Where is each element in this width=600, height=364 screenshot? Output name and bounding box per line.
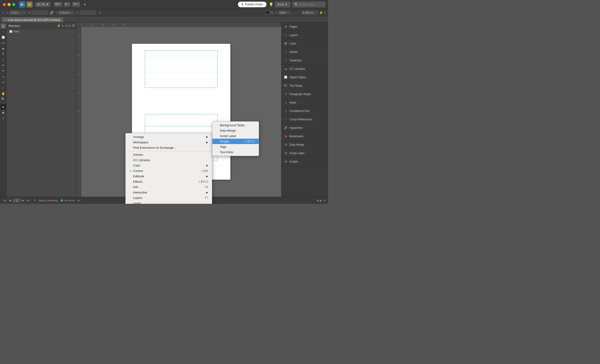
right-panel-hyperlinks[interactable]: 🔗Hyperlinks	[281, 124, 328, 132]
structure-icon-4[interactable]: ✕	[68, 24, 71, 27]
structure-body-item[interactable]: ⬜ body	[7, 29, 77, 34]
structure-icon-5[interactable]: ☰	[72, 24, 75, 27]
right-panel-script_label[interactable]: ⊞Script Label	[281, 149, 328, 157]
first-page-button[interactable]: ⏮	[2, 199, 7, 202]
ruler-tick-2: 2	[92, 24, 93, 26]
x-input[interactable]	[9, 10, 26, 15]
grid-icon[interactable]: ⊞⊞	[55, 3, 59, 6]
menu-item-learn[interactable]: Learn	[126, 200, 212, 204]
direct-selection-tool[interactable]: ▿	[1, 29, 6, 34]
submenu-item-data_merge[interactable]: Data Merge	[212, 128, 259, 133]
submenu-item-script_label[interactable]: Script Label	[212, 133, 259, 139]
right-panel-scripts[interactable]: ⊞Scripts	[281, 157, 328, 166]
scissors-tool[interactable]: ✂	[1, 80, 6, 85]
selection-tool[interactable]: ▸	[1, 23, 6, 28]
menu-item-find_extensions[interactable]: Find Extensions on Exchange...	[126, 145, 212, 150]
right-panel-cross_references[interactable]: ↔Cross-References	[281, 115, 328, 124]
line-tool[interactable]: /	[1, 57, 6, 62]
pen-tool[interactable]: ✒	[1, 63, 6, 68]
menu-item-effects[interactable]: Effects⇧⌘F10	[126, 179, 212, 184]
gap-tool[interactable]: ⟺	[1, 40, 6, 46]
view-mode[interactable]: ◻	[1, 116, 6, 121]
minimize-button[interactable]	[8, 3, 10, 6]
menu-item-articles[interactable]: Articles	[126, 152, 212, 157]
structure-panel: Structure ⚡ ● ◁ ✕ ☰ ⬜ body	[7, 22, 77, 197]
lightbulb-button[interactable]: 💡	[269, 2, 273, 7]
structure-icon-2[interactable]: ●	[62, 24, 64, 27]
submenu-item-tool_hints[interactable]: Tool Hints	[212, 149, 259, 155]
right-panel-text_wrap[interactable]: ⌦Text Wrap	[281, 82, 328, 90]
tab-close[interactable]: ×	[5, 18, 6, 21]
right-panel-links[interactable]: 🔗Links	[281, 39, 328, 48]
menu-item-color[interactable]: Color▶	[126, 163, 212, 168]
menu-item-cc_libraries[interactable]: CC Libraries	[126, 157, 212, 163]
type-tool[interactable]: T	[1, 52, 6, 57]
maximize-button[interactable]	[12, 3, 15, 6]
window-menu[interactable]: Arrange▶Workspace▶Find Extensions on Exc…	[125, 133, 212, 204]
right-panel-pages[interactable]: ⊞Pages	[281, 22, 328, 31]
menu-item-control[interactable]: ✓Control⌥⌘6	[126, 168, 212, 173]
zoom-dropdown[interactable]: 90.7% ▼	[35, 2, 50, 7]
publish-online-button[interactable]: ⬆ Publish Online	[238, 2, 266, 7]
right-panel-swatches[interactable]: ⬛Swatches	[281, 56, 328, 65]
view-icon[interactable]: ▤	[65, 3, 67, 6]
right-panel-stroke[interactable]: —Stroke	[281, 48, 328, 56]
frame-tool[interactable]: ▣	[1, 110, 6, 115]
stock-icon[interactable]: St	[27, 1, 33, 8]
utilities-submenu[interactable]: Background TasksData MergeScript LabelSc…	[212, 121, 259, 156]
right-panel-conditional_text[interactable]: ≡Conditional Text	[281, 107, 328, 115]
right-panel-bookmarks[interactable]: 🔖Bookmarks	[281, 132, 328, 141]
h-input[interactable]	[79, 10, 96, 15]
content-collector-tool[interactable]: ◉	[1, 46, 6, 51]
layout-icon[interactable]: ⊟⊟	[73, 3, 77, 6]
right-panel-layers[interactable]: ≡Layers	[281, 31, 328, 39]
grid-view-icon[interactable]: ⊞	[323, 199, 326, 202]
adobe-stock-search[interactable]: 🔍 Adobe Stock	[292, 2, 325, 7]
menu-item-arrange[interactable]: Arrange▶	[126, 134, 212, 140]
right-panel-cc_libraries[interactable]: ☁CC Libraries	[281, 65, 328, 73]
effects-icon[interactable]: fx	[271, 11, 273, 14]
structure-icon-3[interactable]: ◁	[65, 24, 67, 27]
menu-item-layers[interactable]: LayersF7	[126, 195, 212, 200]
ruler-left: 1 2 3 4 5	[77, 27, 81, 197]
menu-item-editorial[interactable]: Editorial▶	[126, 173, 212, 179]
free-transform-tool[interactable]: ⊹	[1, 85, 6, 91]
hand-tool[interactable]: ✋	[1, 91, 6, 96]
expand-icon[interactable]: ≡	[324, 11, 326, 15]
cc_libraries-label: CC Libraries	[290, 67, 305, 71]
menu-item-info[interactable]: InfoF8	[126, 184, 212, 190]
zoom-tool[interactable]: 🔍	[1, 97, 6, 102]
page-tool[interactable]: ⬜	[1, 35, 6, 40]
ruler-top: 1 2 3 4 5	[77, 22, 281, 27]
last-page-button[interactable]: ⏭	[26, 199, 31, 202]
structure-icon-1[interactable]: ⚡	[57, 24, 60, 27]
fill-color[interactable]: ■	[1, 104, 6, 109]
y-input[interactable]	[58, 10, 75, 15]
next-page-button[interactable]: ▶	[21, 199, 25, 202]
prev-page-button[interactable]: ◀	[8, 199, 12, 202]
close-button[interactable]	[3, 3, 6, 6]
menu-item-interactive[interactable]: Interactive▶	[126, 190, 212, 195]
percentage-input[interactable]	[278, 10, 290, 15]
book-dropdown[interactable]: Book ▼	[275, 2, 290, 7]
scroll-right-icon[interactable]: ▶	[320, 199, 322, 202]
right-panel-index[interactable]: ≡Index	[281, 98, 328, 107]
pencil-tool[interactable]: ✏	[1, 68, 6, 73]
menu-item-workspace[interactable]: Workspace▶	[126, 140, 212, 145]
submenu-item-tags[interactable]: Tags	[212, 144, 259, 149]
expand-status-icon[interactable]: ▶	[78, 199, 80, 202]
right-panel-object_styles[interactable]: ⬜Object Styles	[281, 73, 328, 82]
value-input-2[interactable]	[301, 10, 318, 15]
submenu-item-scripts[interactable]: Scripts⌥⌘F11	[212, 139, 259, 144]
zoom-arrow: ▼	[46, 3, 49, 6]
w-input[interactable]	[31, 10, 48, 15]
page-number-input[interactable]	[13, 199, 20, 202]
right-panel-paragraph_styles[interactable]: ¶Paragraph Styles	[281, 90, 328, 98]
color-icon[interactable]: ✕	[1, 74, 6, 79]
right-panel-data_merge[interactable]: ⊞Data Merge	[281, 141, 328, 149]
feather-icon[interactable]: ✦	[82, 2, 88, 7]
submenu-item-background_tasks[interactable]: Background Tasks	[212, 122, 259, 128]
document-tab[interactable]: × b-ber-theme-serif.indd @ 91% [GPU Prev…	[2, 17, 63, 22]
bridge-icon[interactable]: Br	[19, 1, 25, 8]
scroll-left-icon[interactable]: ◀	[316, 199, 319, 202]
